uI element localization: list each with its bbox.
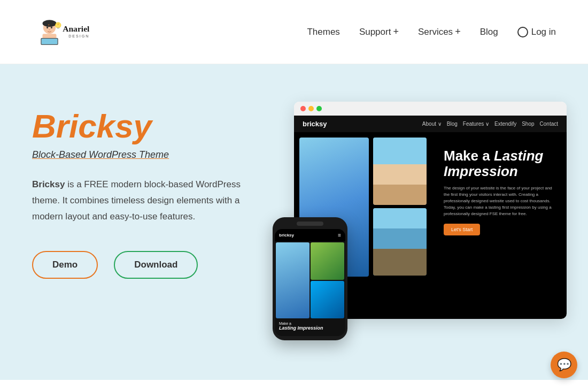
- phone-nav-logo: bricksy: [279, 233, 294, 238]
- svg-text:DESIGN: DESIGN: [68, 34, 89, 38]
- hero-title: Bricksy: [32, 107, 257, 145]
- mock-nav: bricksy About ∨ Blog Features ∨ Extendif…: [294, 116, 567, 132]
- phone-photo-tall: [276, 242, 310, 318]
- nav-services[interactable]: Services: [418, 27, 453, 37]
- svg-text:Anariel: Anariel: [63, 24, 90, 33]
- svg-point-1: [43, 20, 57, 27]
- nav-services-plus[interactable]: +: [455, 26, 461, 37]
- download-button[interactable]: Download: [114, 251, 198, 279]
- mock-nav-link-1: About ∨: [422, 121, 442, 127]
- phone-bottom-text: Make a Lasting Impression: [275, 319, 345, 333]
- nav-login-group: Log in: [517, 27, 556, 37]
- hero-subtitle: Block-Based WordPress Theme: [32, 149, 257, 161]
- nav-support[interactable]: Support: [359, 27, 391, 37]
- dot-minimize: [308, 106, 314, 111]
- mock-nav-link-3: Features ∨: [463, 121, 489, 127]
- phone-mockup: bricksy ≡ Make a Lasting Impression: [273, 217, 347, 340]
- phone-text-pre: Make a: [279, 322, 341, 325]
- browser-bar: [294, 102, 567, 116]
- browser-dots: [300, 106, 322, 111]
- hero-section: Bricksy Block-Based WordPress Theme Bric…: [0, 64, 588, 380]
- chat-bubble[interactable]: 💬: [551, 352, 577, 378]
- nav-themes[interactable]: Themes: [307, 27, 339, 37]
- nav-services-group: Services +: [418, 26, 461, 37]
- mock-nav-logo: bricksy: [303, 120, 327, 128]
- logo-image: * Anariel DESIGN: [32, 11, 102, 54]
- nav-login[interactable]: Log in: [531, 27, 556, 37]
- nav-blog[interactable]: Blog: [480, 27, 498, 37]
- logo[interactable]: * Anariel DESIGN: [32, 11, 102, 54]
- phone-notch: [297, 222, 323, 226]
- mock-photo-3: [373, 208, 427, 276]
- hero-buttons: Demo Download: [32, 251, 257, 279]
- mock-heading: Make a LastingImpression: [444, 148, 556, 179]
- mock-text-area: Make a LastingImpression The design of y…: [444, 148, 556, 235]
- nav-support-group: Support +: [359, 26, 399, 37]
- svg-rect-10: [57, 27, 59, 28]
- hero-left-content: Bricksy Block-Based WordPress Theme Bric…: [32, 96, 257, 279]
- svg-point-4: [49, 29, 50, 30]
- phone-text-bold: Lasting Impression: [279, 325, 341, 331]
- phone-nav-menu: ≡: [338, 232, 341, 238]
- demo-button[interactable]: Demo: [32, 251, 98, 279]
- mock-nav-link-5: Shop: [522, 121, 534, 127]
- site-header: * Anariel DESIGN Themes Support + S: [0, 0, 588, 64]
- mock-nav-links: About ∨ Blog Features ∨ Extendify Shop C…: [422, 121, 558, 127]
- main-nav: Themes Support + Services + Blog Log in: [307, 26, 556, 37]
- hero-description: Bricksy is a FREE modern block-based Wor…: [32, 177, 257, 224]
- hero-description-bold: Bricksy: [32, 179, 65, 189]
- svg-point-3: [51, 26, 52, 28]
- phone-screen: bricksy ≡ Make a Lasting Impression: [275, 229, 345, 336]
- mock-photo-2: [373, 138, 427, 205]
- phone-nav: bricksy ≡: [275, 229, 345, 241]
- mock-cta-button[interactable]: Let's Start: [444, 224, 480, 235]
- hero-right-content: bricksy About ∨ Blog Features ∨ Extendif…: [278, 96, 567, 319]
- dot-close: [300, 106, 306, 111]
- mock-nav-link-4: Extendify: [494, 121, 516, 127]
- dot-maximize: [316, 106, 322, 111]
- mock-nav-link-6: Contact: [540, 121, 558, 127]
- mock-body-text: The design of your website is the face o…: [444, 185, 556, 217]
- phone-photo-grid: [275, 241, 345, 319]
- phone-photo-bottom-right: [311, 281, 344, 318]
- nav-support-plus[interactable]: +: [393, 26, 399, 37]
- login-icon: [517, 27, 528, 37]
- svg-rect-8: [42, 39, 58, 44]
- mock-heading-pre: Make a: [444, 148, 494, 164]
- phone-photo-top-right: [311, 242, 344, 280]
- chat-icon: 💬: [557, 358, 571, 372]
- mock-nav-link-2: Blog: [447, 121, 458, 127]
